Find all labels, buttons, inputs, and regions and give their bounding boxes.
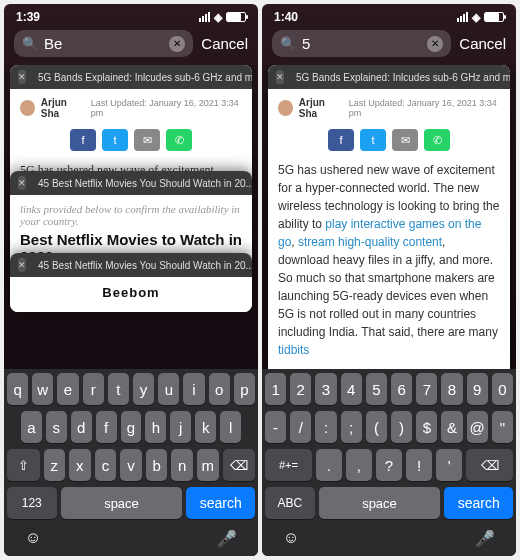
key-z[interactable]: z: [44, 449, 66, 481]
whatsapp-icon[interactable]: ✆: [166, 129, 192, 151]
tab-card[interactable]: ✕ 5G Bands Explained: Inlcudes sub-6 GHz…: [268, 65, 510, 369]
key-f[interactable]: f: [96, 411, 117, 443]
cancel-button[interactable]: Cancel: [201, 35, 248, 52]
key-n[interactable]: n: [171, 449, 193, 481]
dictation-key[interactable]: 🎤: [475, 529, 495, 548]
key-g[interactable]: g: [121, 411, 142, 443]
key-m[interactable]: m: [197, 449, 219, 481]
close-tab-icon[interactable]: ✕: [18, 258, 26, 272]
status-bar: 1:40 ◈: [262, 4, 516, 26]
twitter-icon[interactable]: t: [102, 129, 128, 151]
key-?[interactable]: ?: [376, 449, 402, 481]
key-:[interactable]: :: [315, 411, 336, 443]
key-q[interactable]: q: [7, 373, 28, 405]
key-,[interactable]: ,: [346, 449, 372, 481]
phone-left: 1:39 ◈ 🔍 Be ✕ Cancel ✕ 5G Bands Explaine: [4, 4, 258, 556]
cancel-button[interactable]: Cancel: [459, 35, 506, 52]
dictation-key[interactable]: 🎤: [217, 529, 237, 548]
key-&[interactable]: &: [441, 411, 462, 443]
search-key[interactable]: search: [186, 487, 255, 519]
emoji-key[interactable]: ☺: [25, 529, 41, 548]
key-4[interactable]: 4: [341, 373, 362, 405]
key-2[interactable]: 2: [290, 373, 311, 405]
key-"[interactable]: ": [492, 411, 513, 443]
key-i[interactable]: i: [183, 373, 204, 405]
tab-card[interactable]: ✕ 45 Best Netflix Movies You Should Watc…: [10, 253, 252, 312]
key-d[interactable]: d: [71, 411, 92, 443]
key-a[interactable]: a: [21, 411, 42, 443]
key-;[interactable]: ;: [341, 411, 362, 443]
mode-key[interactable]: 123: [7, 487, 57, 519]
symbols-key[interactable]: #+=: [265, 449, 312, 481]
key-@[interactable]: @: [467, 411, 488, 443]
key-o[interactable]: o: [209, 373, 230, 405]
key-.[interactable]: .: [316, 449, 342, 481]
key-6[interactable]: 6: [391, 373, 412, 405]
article-body: 5G has ushered new wave of excitement fo…: [278, 161, 500, 359]
key-8[interactable]: 8: [441, 373, 462, 405]
tab-title: 45 Best Netflix Movies You Should Watch …: [38, 178, 252, 189]
key-p[interactable]: p: [234, 373, 255, 405]
shift-key[interactable]: ⇧: [7, 449, 40, 481]
key-t[interactable]: t: [108, 373, 129, 405]
tab-card[interactable]: ✕ 5G Bands Explained: Inlcudes sub-6 GHz…: [10, 65, 252, 187]
key-$[interactable]: $: [416, 411, 437, 443]
key-'[interactable]: ': [436, 449, 462, 481]
key-/[interactable]: /: [290, 411, 311, 443]
key-![interactable]: !: [406, 449, 432, 481]
phone-right: 1:40 ◈ 🔍 5 ✕ Cancel ✕ 5G Bands Explained…: [262, 4, 516, 556]
key-c[interactable]: c: [95, 449, 117, 481]
key-y[interactable]: y: [133, 373, 154, 405]
key-9[interactable]: 9: [467, 373, 488, 405]
key-h[interactable]: h: [145, 411, 166, 443]
clear-icon[interactable]: ✕: [169, 36, 185, 52]
key-)[interactable]: ): [391, 411, 412, 443]
key-([interactable]: (: [366, 411, 387, 443]
battery-icon: [226, 12, 246, 22]
close-tab-icon[interactable]: ✕: [276, 70, 284, 84]
backspace-key[interactable]: ⌫: [466, 449, 513, 481]
tab-title: 5G Bands Explained: Inlcudes sub-6 GHz a…: [296, 72, 510, 83]
facebook-icon[interactable]: f: [70, 129, 96, 151]
key-x[interactable]: x: [69, 449, 91, 481]
key--[interactable]: -: [265, 411, 286, 443]
key-5[interactable]: 5: [366, 373, 387, 405]
tab-search-field[interactable]: 🔍 5 ✕: [272, 30, 451, 57]
search-icon: 🔍: [280, 36, 296, 51]
key-w[interactable]: w: [32, 373, 53, 405]
key-0[interactable]: 0: [492, 373, 513, 405]
close-tab-icon[interactable]: ✕: [18, 176, 26, 190]
tab-title: 5G Bands Explained: Inlcudes sub-6 GHz a…: [38, 72, 252, 83]
emoji-key[interactable]: ☺: [283, 529, 299, 548]
key-b[interactable]: b: [146, 449, 168, 481]
link-tidbits[interactable]: tidbits: [278, 343, 309, 357]
battery-icon: [484, 12, 504, 22]
link-stream[interactable]: stream high-quality content: [298, 235, 442, 249]
search-key[interactable]: search: [444, 487, 513, 519]
key-r[interactable]: r: [83, 373, 104, 405]
space-key[interactable]: space: [319, 487, 441, 519]
clear-icon[interactable]: ✕: [427, 36, 443, 52]
key-k[interactable]: k: [195, 411, 216, 443]
key-1[interactable]: 1: [265, 373, 286, 405]
key-j[interactable]: j: [170, 411, 191, 443]
key-l[interactable]: l: [220, 411, 241, 443]
key-e[interactable]: e: [57, 373, 78, 405]
tab-search-field[interactable]: 🔍 Be ✕: [14, 30, 193, 57]
snippet-text: links provided below to confirm the avai…: [20, 203, 242, 227]
key-s[interactable]: s: [46, 411, 67, 443]
facebook-icon[interactable]: f: [328, 129, 354, 151]
email-icon[interactable]: ✉: [392, 129, 418, 151]
whatsapp-icon[interactable]: ✆: [424, 129, 450, 151]
email-icon[interactable]: ✉: [134, 129, 160, 151]
twitter-icon[interactable]: t: [360, 129, 386, 151]
space-key[interactable]: space: [61, 487, 183, 519]
backspace-key[interactable]: ⌫: [223, 449, 256, 481]
avatar: [20, 100, 35, 116]
key-v[interactable]: v: [120, 449, 142, 481]
close-tab-icon[interactable]: ✕: [18, 70, 26, 84]
key-u[interactable]: u: [158, 373, 179, 405]
key-3[interactable]: 3: [315, 373, 336, 405]
mode-key[interactable]: ABC: [265, 487, 315, 519]
key-7[interactable]: 7: [416, 373, 437, 405]
